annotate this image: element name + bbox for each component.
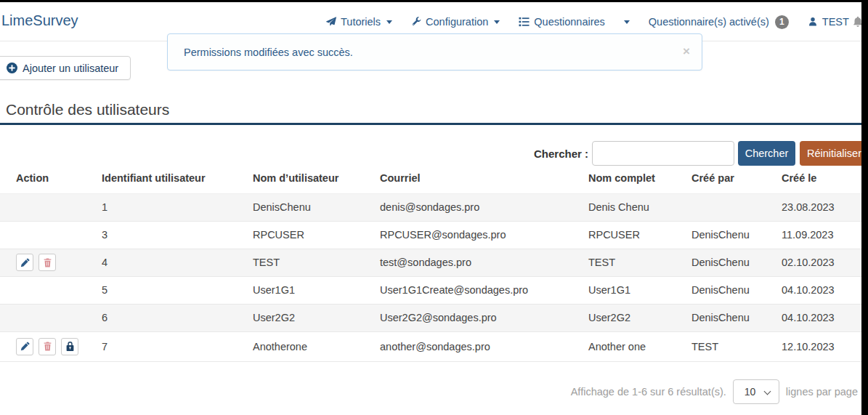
table-row: 6 User2G2 User2G2@sondages.pro User2G2 D… [0, 304, 861, 331]
actions-cell [0, 304, 86, 331]
created-on-cell: 11.09.2023 [766, 221, 861, 249]
alert-message: Permissions modifiées avec succès. [168, 47, 353, 58]
chevron-down-icon [763, 388, 771, 395]
email-cell: RPCUSER@sondages.pro [364, 221, 572, 249]
nav-label-tutorials: Tutoriels [341, 16, 381, 28]
fullname-cell: User2G2 [572, 304, 676, 331]
trash-icon [43, 258, 52, 267]
actions-cell [0, 331, 86, 361]
header-email: Courriel [364, 167, 572, 193]
email-cell: User1G1Create@sondages.pro [364, 276, 572, 304]
table-header-row: Action Identifiant utilisateur Nom d’uti… [0, 167, 861, 193]
fullname-cell: User1G1 [572, 276, 676, 304]
fullname-cell: TEST [572, 249, 676, 276]
paper-plane-icon [326, 17, 336, 27]
nav-item-configuration[interactable]: Configuration [411, 16, 500, 28]
delete-user-button[interactable] [38, 254, 56, 271]
header-action: Action [0, 167, 86, 193]
pencil-icon [20, 258, 30, 267]
delete-user-button[interactable] [38, 338, 56, 355]
created-by-cell: DenisChenu [676, 276, 766, 304]
email-cell: another@sondages.pro [364, 331, 572, 361]
page-title: Contrôle des utilisateurs [6, 101, 169, 118]
created-on-cell: 04.10.2023 [766, 276, 861, 304]
table-row: 4 TEST test@sondages.pro TEST DenisChenu… [0, 249, 861, 276]
chevron-down-icon [624, 20, 630, 24]
nav-label-activated-surveys: Questionnaire(s) activé(s) [649, 16, 769, 28]
nav-surveys-dropdown-toggle[interactable] [624, 20, 630, 24]
created-by-cell: DenisChenu [676, 221, 766, 249]
page-size-value: 10 [734, 386, 756, 398]
created-by-cell [676, 193, 766, 221]
user-id-cell: 1 [86, 193, 237, 221]
nav-label-configuration: Configuration [426, 16, 488, 28]
limesurvey-logo[interactable]: LimeSurvey [1, 12, 78, 29]
window-right-edge [861, 0, 868, 415]
user-id-cell: 3 [86, 221, 237, 249]
email-cell: denis@sondages.pro [364, 193, 572, 221]
created-on-cell: 04.10.2023 [766, 304, 861, 331]
edit-user-button[interactable] [16, 254, 33, 271]
header-username: Nom d’utilisateur [237, 167, 364, 193]
username-cell: User1G1 [237, 276, 364, 304]
trash-icon [43, 342, 52, 351]
email-cell: test@sondages.pro [364, 249, 572, 276]
user-id-cell: 5 [86, 276, 237, 304]
users-table: Action Identifiant utilisateur Nom d’uti… [0, 167, 861, 362]
close-icon[interactable]: × [683, 45, 690, 57]
list-icon [519, 17, 530, 27]
username-cell: User2G2 [237, 304, 364, 331]
header-created-on: Créé le [766, 167, 861, 193]
fullname-cell: RPCUSER [572, 221, 676, 249]
nav-label-user: TEST [822, 16, 849, 28]
table-row: 1 DenisChenu denis@sondages.pro Denis Ch… [0, 193, 861, 221]
pagination-suffix: lignes par page [786, 386, 858, 398]
actions-cell [0, 221, 86, 249]
chevron-down-icon [494, 20, 500, 24]
search-label: Chercher : [501, 148, 588, 160]
email-cell: User2G2@sondages.pro [364, 304, 572, 331]
fullname-cell: Another one [572, 331, 676, 361]
created-by-cell: DenisChenu [676, 304, 766, 331]
header-user-id: Identifiant utilisateur [86, 167, 237, 193]
edit-user-button[interactable] [16, 338, 33, 355]
user-id-cell: 6 [86, 304, 237, 331]
table-row: 5 User1G1 User1G1Create@sondages.pro Use… [0, 276, 861, 304]
actions-cell [0, 276, 86, 304]
username-cell: Anotherone [237, 331, 364, 361]
created-by-cell: DenisChenu [676, 249, 766, 276]
user-icon [808, 17, 818, 27]
username-cell: DenisChenu [237, 193, 364, 221]
created-on-cell: 02.10.2023 [766, 249, 861, 276]
fullname-cell: Denis Chenu [572, 193, 676, 221]
pagination-bar: Affichage de 1-6 sur 6 résultat(s). 10 l… [571, 379, 858, 404]
nav-item-surveys[interactable]: Questionnaires [519, 16, 605, 28]
user-id-cell: 7 [86, 331, 237, 361]
username-cell: RPCUSER [237, 221, 364, 249]
created-by-cell: TEST [676, 331, 766, 361]
created-on-cell: 23.08.2023 [766, 193, 861, 221]
actions-cell [0, 249, 86, 276]
nav-item-tutorials[interactable]: Tutoriels [326, 16, 392, 28]
user-id-cell: 4 [86, 249, 237, 276]
pencil-icon [20, 342, 30, 351]
page-size-select[interactable]: 10 [733, 379, 779, 404]
search-input[interactable] [592, 141, 734, 166]
add-user-button[interactable]: Ajouter un utilisateur [0, 56, 131, 80]
title-divider [0, 123, 868, 125]
created-on-cell: 12.10.2023 [766, 331, 861, 361]
lock-user-button[interactable] [61, 338, 78, 355]
header-created-by: Créé par [676, 167, 766, 193]
pagination-summary: Affichage de 1-6 sur 6 résultat(s). [571, 386, 726, 398]
reset-button[interactable]: Réinitialiser [800, 141, 868, 166]
chevron-down-icon [386, 20, 392, 24]
success-alert: Permissions modifiées avec succès. × [167, 33, 702, 70]
username-cell: TEST [237, 249, 364, 276]
window-top-edge [0, 0, 868, 2]
add-user-label: Ajouter un utilisateur [23, 63, 118, 74]
nav-item-activated-surveys[interactable]: Questionnaire(s) activé(s) 1 [649, 15, 789, 29]
search-button[interactable]: Chercher [738, 141, 795, 166]
actions-cell [0, 193, 86, 221]
table-row: 3 RPCUSER RPCUSER@sondages.pro RPCUSER D… [0, 221, 861, 249]
nav-label-surveys: Questionnaires [534, 16, 605, 28]
